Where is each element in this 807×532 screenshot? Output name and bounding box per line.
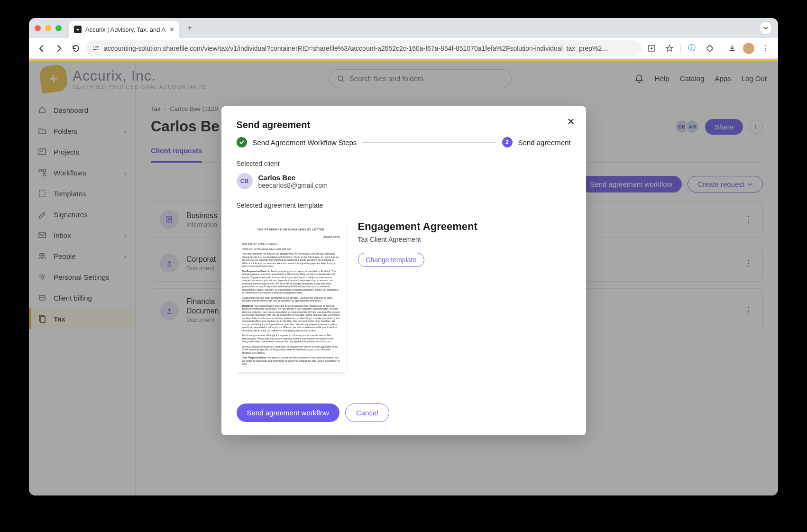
browser-toolbar: accounting-solution.sharefile.com/view/t… [29,38,778,59]
url-bar[interactable]: accounting-solution.sharefile.com/view/t… [86,40,642,56]
selected-client-label: Selected client [237,160,571,167]
reload-button[interactable] [69,41,83,55]
step-label: Send Agreement Workflow Steps [253,138,357,147]
step-connector [362,142,496,143]
client-name: Carlos Bee [258,174,328,182]
template-subtitle: Tax Client Agreement [358,236,571,243]
change-template-button[interactable]: Change template [358,253,425,267]
modal-scrim[interactable]: Send agreement Send Agreement Workflow S… [29,61,778,495]
workflow-steps: Send Agreement Workflow Steps 2 Send agr… [237,137,571,147]
menu-icon[interactable]: ⋮ [758,41,772,55]
bookmark-icon[interactable] [662,41,677,55]
close-window[interactable] [35,25,41,31]
modal-title: Send agreement [237,119,571,130]
client-avatar: CB [237,173,253,189]
favicon-icon: ✦ [74,26,82,33]
selected-template-label: Selected agreement template [237,202,571,209]
browser-window: ✦ Accurix | Advisory, Tax, and A ✕ + acc… [29,18,778,495]
tabs-dropdown-button[interactable] [759,21,772,35]
step-label: Send agreement [518,138,571,147]
install-app-icon[interactable] [644,41,659,55]
step-current-badge: 2 [502,137,513,147]
browser-titlebar: ✦ Accurix | Advisory, Tax, and A ✕ + [29,18,778,38]
svg-point-3 [97,49,98,50]
client-email: beecarlos8@gmail.com [258,182,328,189]
document-preview: TAX PREPARATION ENGAGEMENT LETTER [INSER… [237,220,346,372]
cancel-button[interactable]: Cancel [345,404,389,422]
new-tab-button[interactable]: + [183,21,196,35]
send-agreement-modal: Send agreement Send Agreement Workflow S… [221,106,586,435]
downloads-icon[interactable] [725,41,739,55]
template-title: Engagement Agreement [358,220,571,233]
tab-title: Accurix | Advisory, Tax, and A [85,26,165,33]
chevron-down-icon [763,25,769,31]
selected-client: CB Carlos Bee beecarlos8@gmail.com [237,173,571,189]
extensions-icon[interactable] [703,41,717,55]
window-controls [35,25,62,31]
close-icon [567,118,575,125]
forward-button[interactable] [52,41,66,55]
info-icon[interactable]: ⓘ [685,41,699,55]
profile-avatar[interactable] [743,43,754,54]
close-tab-icon[interactable]: ✕ [169,26,174,33]
svg-point-2 [94,46,95,47]
url-text: accounting-solution.sharefile.com/view/t… [104,45,636,52]
back-button[interactable] [35,41,49,55]
app-container: + Accurix, Inc. CERTIFIED PROFESSIONAL A… [29,61,778,495]
step-done-icon [237,137,247,147]
close-modal-button[interactable] [566,117,576,126]
maximize-window[interactable] [55,25,62,31]
site-info-icon[interactable] [92,44,100,53]
send-agreement-workflow-button[interactable]: Send agreement workflow [237,404,339,422]
browser-tab[interactable]: ✦ Accurix | Advisory, Tax, and A ✕ [69,21,179,38]
minimize-window[interactable] [45,25,51,31]
